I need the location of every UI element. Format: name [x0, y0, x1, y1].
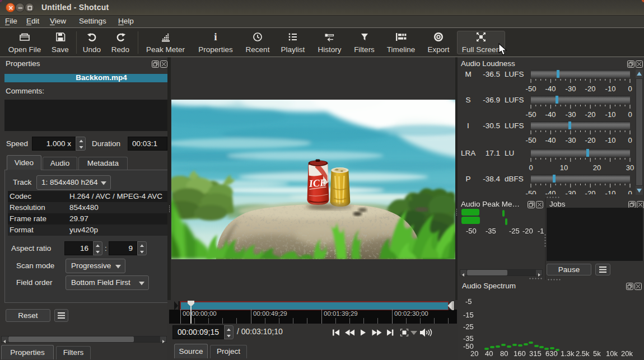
svg-text:00:00:49;29: 00:00:49;29: [253, 310, 287, 317]
svg-text:00:01:39;29: 00:01:39;29: [324, 310, 358, 317]
svg-text:00:02:30;00: 00:02:30;00: [394, 310, 428, 317]
